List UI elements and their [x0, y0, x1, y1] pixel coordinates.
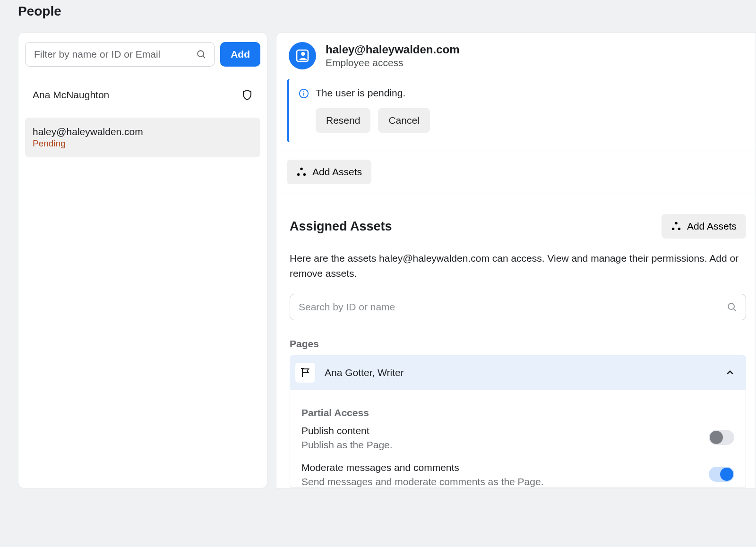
svg-point-13 — [728, 303, 734, 309]
search-icon — [196, 49, 206, 60]
asset-search-wrap[interactable] — [290, 294, 746, 320]
svg-point-12 — [678, 228, 681, 231]
toggle-moderate-messages[interactable] — [709, 467, 734, 482]
alert-text: The user is pending. — [316, 87, 430, 99]
svg-point-8 — [297, 173, 300, 176]
page-item[interactable]: Ana Gotter, Writer — [290, 355, 746, 390]
person-row[interactable]: haley@haleywalden.com Pending — [25, 118, 260, 157]
svg-point-9 — [303, 173, 306, 176]
svg-point-0 — [198, 51, 204, 57]
permission-row: Moderate messages and comments Send mess… — [301, 462, 734, 487]
add-assets-button[interactable]: Add Assets — [287, 160, 371, 184]
user-role: Employee access — [326, 57, 460, 68]
info-icon — [299, 88, 309, 133]
flag-icon — [295, 363, 315, 383]
svg-point-3 — [301, 52, 305, 56]
filter-input-wrap[interactable] — [25, 42, 215, 67]
svg-line-14 — [733, 308, 736, 311]
person-name: Ana McNaughton — [33, 89, 109, 101]
permissions-panel: Partial Access Publish content Publish a… — [290, 390, 746, 488]
add-assets-label: Add Assets — [312, 166, 362, 178]
svg-point-10 — [675, 222, 678, 225]
page-title: People — [0, 0, 756, 19]
add-person-button[interactable]: Add — [220, 42, 260, 67]
filter-input[interactable] — [34, 49, 190, 60]
cancel-button[interactable]: Cancel — [378, 108, 430, 133]
add-assets-label: Add Assets — [687, 221, 737, 232]
shield-icon — [241, 89, 253, 101]
permission-desc: Send messages and moderate comments as t… — [301, 476, 543, 487]
svg-point-7 — [300, 168, 303, 171]
assets-icon — [671, 221, 681, 231]
svg-point-6 — [303, 91, 304, 92]
detail-panel: haley@haleywalden.com Employee access Th… — [276, 32, 756, 488]
asset-search-input[interactable] — [299, 301, 720, 313]
person-row[interactable]: Ana McNaughton — [25, 81, 260, 109]
permission-row: Publish content Publish as the Page. — [301, 425, 734, 451]
perm-group-title: Partial Access — [301, 407, 734, 419]
assigned-description: Here are the assets haley@haleywalden.co… — [290, 251, 746, 281]
person-status: Pending — [33, 138, 143, 149]
permission-title: Moderate messages and comments — [301, 462, 543, 473]
add-assets-button-secondary[interactable]: Add Assets — [662, 214, 746, 239]
people-panel: Add Ana McNaughton haley@haleywalden.com… — [18, 32, 267, 488]
assets-icon — [296, 167, 307, 177]
pending-alert: The user is pending. Resend Cancel — [287, 79, 755, 142]
chevron-up-icon[interactable] — [725, 368, 735, 377]
svg-line-1 — [203, 56, 206, 58]
svg-point-11 — [672, 228, 675, 231]
avatar — [289, 42, 316, 69]
search-icon — [727, 302, 737, 312]
permission-desc: Publish as the Page. — [301, 439, 393, 451]
person-name: haley@haleywalden.com — [33, 126, 143, 137]
pages-label: Pages — [290, 338, 746, 350]
toggle-publish-content[interactable] — [709, 430, 734, 445]
resend-button[interactable]: Resend — [316, 108, 370, 133]
user-email: haley@haleywalden.com — [326, 43, 460, 56]
page-name: Ana Gotter, Writer — [325, 367, 716, 378]
permission-title: Publish content — [301, 425, 393, 436]
assigned-assets-title: Assigned Assets — [290, 219, 392, 234]
